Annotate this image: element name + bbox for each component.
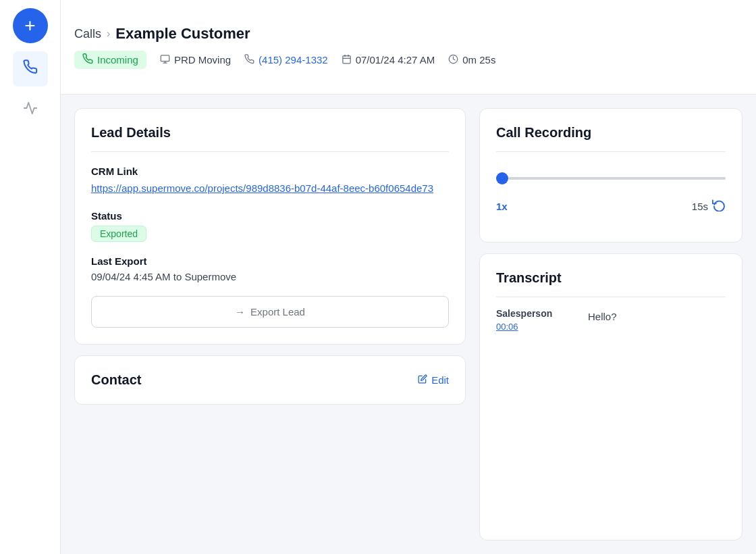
call-recording-card: Call Recording 1x 15s	[479, 108, 742, 243]
playback-speed-button[interactable]: 1x	[496, 201, 508, 212]
status-section: Status Exported	[91, 210, 449, 242]
export-btn-label: Export Lead	[250, 306, 305, 318]
transcript-card: Transcript Salesperson 00:06 Hello?	[479, 253, 742, 540]
breadcrumb-calls[interactable]: Calls	[74, 27, 101, 41]
last-export-value: 09/04/24 4:45 AM to Supermove	[91, 271, 449, 282]
header-meta: Incoming PRD Moving	[74, 51, 742, 69]
company-name: PRD Moving	[174, 54, 231, 66]
time-remaining: 15s	[692, 201, 708, 212]
main-content: Calls › Example Customer Incoming	[61, 0, 756, 554]
call-duration: 0m 25s	[462, 54, 495, 66]
transcript-title: Transcript	[496, 270, 726, 297]
audio-track-bar[interactable]	[508, 177, 726, 180]
transcript-speaker: Salesperson	[496, 308, 577, 319]
content-area: Lead Details CRM Link https://app.superm…	[61, 95, 756, 554]
meta-company: PRD Moving	[160, 54, 231, 66]
meta-phone: (415) 294-1332	[244, 54, 328, 66]
company-icon	[160, 54, 170, 66]
edit-label: Edit	[431, 374, 449, 386]
phone-incoming-icon	[82, 53, 93, 66]
header: Calls › Example Customer Incoming	[61, 0, 756, 95]
incoming-label: Incoming	[97, 54, 138, 66]
call-date: 07/01/24 4:27 AM	[356, 54, 435, 66]
add-button[interactable]: +	[13, 8, 48, 43]
plus-icon: +	[24, 16, 35, 35]
meta-date: 07/01/24 4:27 AM	[342, 54, 435, 66]
audio-player: 1x 15s	[496, 166, 726, 226]
breadcrumb: Calls › Example Customer	[74, 25, 742, 43]
status-label: Status	[91, 210, 449, 222]
calendar-icon	[342, 54, 352, 66]
crm-link-value[interactable]: https://app.supermove.co/projects/989d88…	[91, 181, 449, 197]
clock-icon	[448, 54, 458, 66]
left-panel: Lead Details CRM Link https://app.superm…	[74, 108, 466, 540]
lead-details-title: Lead Details	[91, 125, 449, 152]
export-icon: →	[235, 306, 245, 318]
svg-rect-0	[161, 55, 169, 61]
last-export-label: Last Export	[91, 255, 449, 267]
edit-icon	[418, 374, 427, 386]
rewind-icon[interactable]	[712, 198, 726, 215]
lead-details-card: Lead Details CRM Link https://app.superm…	[74, 108, 466, 345]
crm-link-label: CRM Link	[91, 166, 449, 177]
audio-track[interactable]	[496, 172, 726, 184]
meta-duration: 0m 25s	[448, 54, 495, 66]
contact-card: Contact Edit	[74, 355, 466, 405]
call-recording-title: Call Recording	[496, 125, 726, 152]
time-rewind: 15s	[692, 198, 726, 215]
phone-icon	[23, 59, 38, 78]
contact-card-header: Contact Edit	[91, 372, 449, 388]
audio-controls: 1x 15s	[496, 198, 726, 215]
crm-link-section: CRM Link https://app.supermove.co/projec…	[91, 166, 449, 197]
transcript-text: Hello?	[588, 311, 617, 322]
transcript-entry: Salesperson 00:06 Hello?	[496, 308, 726, 332]
status-badge: Exported	[91, 226, 146, 242]
incoming-badge: Incoming	[74, 51, 146, 69]
phone-nav-button[interactable]	[13, 51, 48, 86]
last-export-section: Last Export 09/04/24 4:45 AM to Supermov…	[91, 255, 449, 282]
sidebar: +	[0, 0, 61, 554]
transcript-timestamp[interactable]: 00:06	[496, 322, 577, 332]
audio-thumb[interactable]	[496, 172, 508, 184]
contact-title: Contact	[91, 372, 141, 388]
chart-nav-button[interactable]	[13, 92, 48, 127]
phone-meta-icon	[244, 54, 254, 66]
page-title: Example Customer	[115, 25, 250, 43]
export-lead-button[interactable]: → Export Lead	[91, 296, 449, 328]
chart-icon	[23, 101, 38, 119]
right-panel: Call Recording 1x 15s	[479, 108, 742, 540]
phone-number[interactable]: (415) 294-1332	[259, 54, 328, 66]
svg-rect-3	[343, 55, 350, 63]
edit-contact-button[interactable]: Edit	[418, 374, 449, 386]
breadcrumb-chevron-icon: ›	[107, 28, 110, 40]
